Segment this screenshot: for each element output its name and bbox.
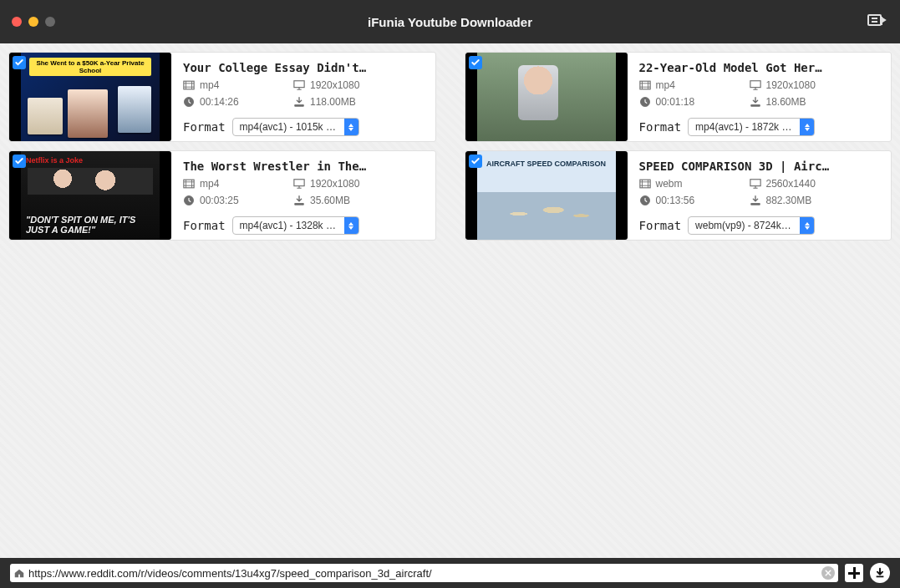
thumb-overlay-text: "DON'T SPIT ON ME, IT'S JUST A GAME!" (26, 215, 155, 235)
film-icon (639, 178, 651, 190)
video-list: She Went to a $50K a-Year Private School… (0, 43, 900, 558)
container-format: webm (639, 178, 723, 190)
svg-rect-5 (750, 81, 760, 88)
svg-rect-1 (184, 81, 194, 89)
svg-rect-11 (750, 180, 760, 186)
app-title: iFunia Youtube Downloader (0, 15, 900, 29)
clock-icon (183, 96, 195, 108)
svg-rect-2 (294, 81, 304, 88)
bottombar (0, 558, 900, 588)
format-select[interactable]: webm(vp9) - 8724k 25… (688, 216, 815, 235)
video-card: She Went to a $50K a-Year Private School… (8, 52, 436, 142)
filesize: 18.60MB (750, 96, 833, 108)
download-size-icon (750, 96, 761, 108)
url-input[interactable] (28, 567, 818, 580)
filesize: 882.30MB (750, 195, 833, 206)
filesize: 118.00MB (293, 96, 377, 108)
container-format: mp4 (639, 79, 723, 91)
monitor-icon (293, 178, 305, 190)
selected-check-icon[interactable] (469, 56, 482, 69)
filesize: 35.60MB (293, 195, 377, 206)
film-icon (183, 178, 195, 190)
minimize-window-button[interactable] (28, 17, 38, 27)
video-card: AIRCRAFT SPEED COMPARISON SPEED COMPARIS… (465, 150, 892, 241)
clock-icon (183, 195, 195, 206)
monitor-icon (750, 178, 761, 190)
download-size-icon (293, 96, 305, 108)
clock-icon (639, 96, 651, 108)
add-url-button[interactable] (845, 564, 863, 582)
url-input-wrap (10, 564, 838, 582)
monitor-icon (293, 79, 305, 91)
selected-check-icon[interactable] (469, 155, 482, 168)
thumb-overlay-text: She Went to a $50K a-Year Private School (29, 58, 151, 76)
format-label: Format (639, 120, 682, 134)
duration: 00:13:56 (639, 195, 723, 206)
thumbnail[interactable]: AIRCRAFT SPEED COMPARISON (465, 151, 628, 240)
thumbnail[interactable]: Netflix is a Joke "DON'T SPIT ON ME, IT'… (9, 151, 171, 240)
clock-icon (639, 195, 651, 206)
format-label: Format (639, 219, 682, 232)
chevron-updown-icon (800, 217, 814, 234)
format-label: Format (183, 219, 226, 232)
thumbnail[interactable] (465, 53, 628, 141)
download-size-icon (750, 195, 761, 206)
svg-rect-4 (639, 81, 649, 89)
format-select[interactable]: mp4(avc1) - 1328k 192… (232, 216, 359, 235)
monitor-icon (750, 79, 761, 91)
format-select[interactable]: mp4(avc1) - 1872k 192… (688, 118, 815, 136)
video-title: Your College Essay Didn't… (183, 61, 425, 74)
thumb-overlay-text: Netflix is a Joke (26, 156, 83, 165)
duration: 00:01:18 (639, 96, 723, 108)
svg-rect-8 (294, 180, 304, 186)
container-format: mp4 (183, 79, 267, 91)
zoom-window-button[interactable] (45, 17, 55, 27)
film-icon (639, 79, 651, 91)
video-title: The Worst Wrestler in The… (183, 160, 425, 173)
video-title: 22-Year-Old Model Got Her… (639, 61, 882, 74)
thumbnail[interactable]: She Went to a $50K a-Year Private School (9, 53, 171, 141)
duration: 00:14:26 (183, 96, 267, 108)
resolution: 2560x1440 (750, 178, 833, 190)
svg-rect-10 (639, 180, 649, 188)
selected-check-icon[interactable] (13, 56, 26, 69)
resolution: 1920x1080 (750, 79, 833, 91)
selected-check-icon[interactable] (13, 155, 26, 168)
format-select[interactable]: mp4(avc1) - 1015k 192… (232, 118, 359, 136)
duration: 00:03:25 (183, 195, 267, 206)
chevron-updown-icon (344, 119, 358, 135)
chevron-updown-icon (344, 217, 358, 234)
format-label: Format (183, 120, 226, 134)
svg-rect-0 (868, 15, 881, 25)
svg-rect-7 (184, 180, 194, 188)
titlebar: iFunia Youtube Downloader (0, 0, 900, 43)
resolution: 1920x1080 (293, 79, 377, 91)
video-title: SPEED COMPARISON 3D | Airc… (639, 160, 882, 173)
window-controls (0, 17, 55, 27)
download-size-icon (293, 195, 305, 206)
container-format: mp4 (183, 178, 267, 190)
svg-rect-13 (877, 576, 884, 578)
resolution: 1920x1080 (293, 178, 377, 190)
chevron-updown-icon (800, 119, 814, 135)
video-card: Netflix is a Joke "DON'T SPIT ON ME, IT'… (8, 150, 436, 241)
library-icon[interactable] (867, 12, 887, 32)
home-icon[interactable] (13, 567, 25, 579)
film-icon (183, 79, 195, 91)
close-window-button[interactable] (12, 17, 22, 27)
clear-input-icon[interactable] (821, 566, 835, 580)
thumb-overlay-text: AIRCRAFT SPEED COMPARISON (486, 160, 606, 169)
video-card: 22-Year-Old Model Got Her… mp4 1920x1080… (465, 52, 892, 142)
download-button[interactable] (870, 563, 890, 583)
